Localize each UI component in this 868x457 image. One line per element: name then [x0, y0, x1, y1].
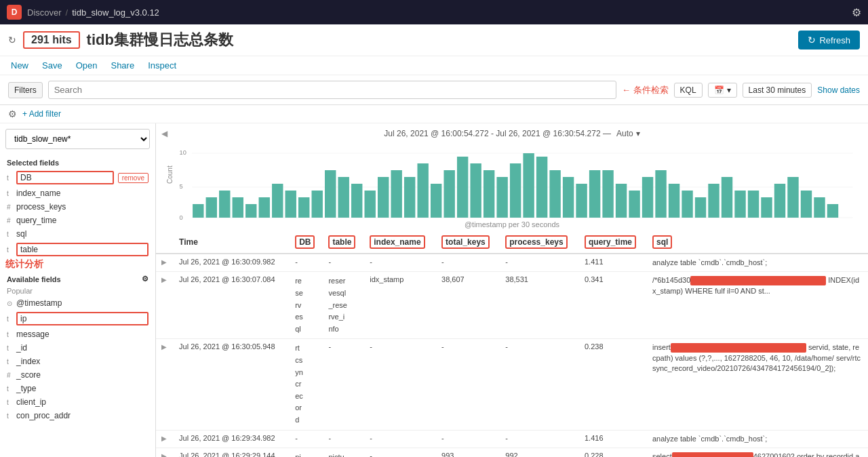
- search-input[interactable]: [48, 81, 616, 99]
- sidebar-item-timestamp[interactable]: ⊙ @timestamp: [0, 296, 155, 310]
- field-type-icon: #: [7, 203, 12, 211]
- svg-rect-44: [682, 191, 692, 218]
- field-name-message: message: [16, 330, 149, 339]
- filter-settings-icon[interactable]: ⚙: [8, 108, 17, 119]
- col-total_keys[interactable]: total_keys: [436, 231, 500, 254]
- sidebar-item-index_name[interactable]: t index_name: [0, 186, 155, 200]
- cell-db: -: [290, 254, 323, 272]
- kql-button[interactable]: KQL: [674, 83, 703, 98]
- expand-row-button[interactable]: ▶: [161, 258, 167, 266]
- cell-query_time: 1.411: [579, 254, 647, 272]
- sidebar-item-query_time[interactable]: # query_time: [0, 214, 155, 227]
- cell-process_keys: -: [500, 339, 579, 430]
- expand-row-button[interactable]: ▶: [161, 276, 167, 283]
- cell-total_keys: -: [436, 339, 500, 430]
- sidebar-item-message[interactable]: t message: [0, 327, 155, 341]
- col-process_keys[interactable]: process_keys: [500, 231, 579, 254]
- svg-rect-20: [364, 191, 375, 218]
- field-type-icon: t: [7, 190, 12, 197]
- time-range-selector[interactable]: Last 30 minutes: [743, 83, 812, 98]
- col-table[interactable]: table: [323, 231, 364, 254]
- selected-fields-section: Selected fields: [0, 155, 155, 169]
- svg-rect-43: [669, 184, 679, 218]
- open-button[interactable]: Open: [73, 59, 100, 72]
- available-fields-settings-icon[interactable]: ⚙: [142, 275, 149, 283]
- svg-rect-11: [245, 204, 256, 218]
- svg-rect-16: [312, 191, 323, 218]
- sidebar-item-table[interactable]: t table: [0, 241, 155, 258]
- col-query_time[interactable]: query_time: [579, 231, 647, 254]
- cell-db: -: [290, 430, 323, 448]
- col-DB[interactable]: DB: [290, 231, 323, 254]
- add-filter-button[interactable]: + Add filter: [22, 109, 61, 119]
- show-dates-button[interactable]: Show dates: [817, 85, 860, 95]
- svg-rect-25: [431, 184, 441, 218]
- collapse-chart-button[interactable]: ◀: [161, 129, 167, 138]
- cell-table: -: [323, 339, 364, 430]
- current-page: tidb_slow_log_v3.0.12: [72, 7, 159, 18]
- cell-query_time: 1.416: [579, 430, 647, 448]
- svg-rect-19: [351, 184, 362, 218]
- sidebar-item-_id[interactable]: t _id: [0, 341, 155, 355]
- save-button[interactable]: Save: [39, 59, 65, 72]
- svg-rect-27: [457, 157, 468, 218]
- field-name-process_keys: process_keys: [16, 202, 149, 212]
- cell-total_keys: 38,607: [436, 272, 500, 339]
- sidebar: tidb_slow_new* Selected fields t DB remo…: [0, 123, 156, 457]
- cell-db: reservesql: [290, 272, 323, 339]
- field-name-client_ip: client_ip: [16, 397, 149, 407]
- sidebar-item-sql[interactable]: t sql: [0, 227, 155, 241]
- field-type-icon: ⊙: [7, 300, 12, 307]
- svg-rect-46: [708, 184, 719, 218]
- field-name-DB: DB: [16, 171, 114, 184]
- svg-rect-31: [510, 163, 521, 218]
- svg-rect-52: [787, 177, 798, 218]
- index-pattern-select[interactable]: tidb_slow_new*: [5, 129, 150, 149]
- svg-rect-50: [761, 197, 772, 218]
- new-button[interactable]: New: [8, 59, 31, 72]
- sidebar-item-con_proc_addr[interactable]: t con_proc_addr: [0, 409, 155, 422]
- col-index_name[interactable]: index_name: [364, 231, 436, 254]
- settings-icon[interactable]: ⚙: [852, 6, 861, 19]
- refresh-button[interactable]: ↻ Refresh: [798, 31, 860, 49]
- cell-db: rtcsyncrecord: [290, 339, 323, 430]
- sidebar-item-ip[interactable]: t ip: [0, 310, 155, 327]
- cell-time: Jul 26, 2021 @ 16:29:29.144: [174, 448, 290, 457]
- discover-link[interactable]: Discover: [27, 7, 62, 18]
- sidebar-item-_score[interactable]: # _score: [0, 368, 155, 382]
- svg-rect-23: [404, 177, 415, 218]
- cell-index_name: -: [364, 339, 436, 430]
- sidebar-item-_type[interactable]: t _type: [0, 382, 155, 395]
- svg-rect-49: [748, 191, 759, 218]
- inspect-button[interactable]: Inspect: [145, 59, 179, 72]
- svg-rect-42: [655, 170, 666, 218]
- cell-process_keys: -: [500, 430, 579, 448]
- calendar-button[interactable]: 📅 ▾: [708, 83, 737, 98]
- share-button[interactable]: Share: [108, 59, 137, 72]
- sidebar-item-DB[interactable]: t DB remove: [0, 169, 155, 186]
- svg-rect-37: [589, 170, 600, 218]
- col-sql[interactable]: sql: [647, 231, 868, 254]
- filters-button[interactable]: Filters: [8, 82, 43, 98]
- cell-index_name: idx_stamp: [364, 272, 436, 339]
- refresh-icon[interactable]: ↻: [8, 35, 16, 45]
- expand-row-button[interactable]: ▶: [161, 452, 167, 457]
- svg-rect-47: [722, 177, 732, 218]
- sidebar-item-client_ip[interactable]: t client_ip: [0, 395, 155, 409]
- data-table: Time DB table index_name total_keys proc…: [156, 231, 868, 457]
- col-time[interactable]: Time: [174, 231, 290, 254]
- auto-interval-selector[interactable]: Auto ▾: [616, 129, 640, 138]
- calendar-icon: 📅: [714, 85, 724, 95]
- calendar-chevron: ▾: [727, 85, 731, 95]
- sidebar-item-_index[interactable]: t _index: [0, 355, 155, 368]
- svg-rect-48: [734, 191, 745, 218]
- svg-rect-26: [443, 170, 454, 218]
- cell-db: pict: [290, 448, 323, 457]
- breadcrumb: Discover / tidb_slow_log_v3.0.12: [27, 7, 159, 18]
- expand-row-button[interactable]: ▶: [161, 435, 167, 442]
- field-type-icon: t: [7, 331, 12, 338]
- sidebar-item-process_keys[interactable]: # process_keys: [0, 200, 155, 214]
- svg-text:5: 5: [180, 183, 183, 190]
- expand-row-button[interactable]: ▶: [161, 343, 167, 351]
- remove-DB-button[interactable]: remove: [118, 173, 149, 183]
